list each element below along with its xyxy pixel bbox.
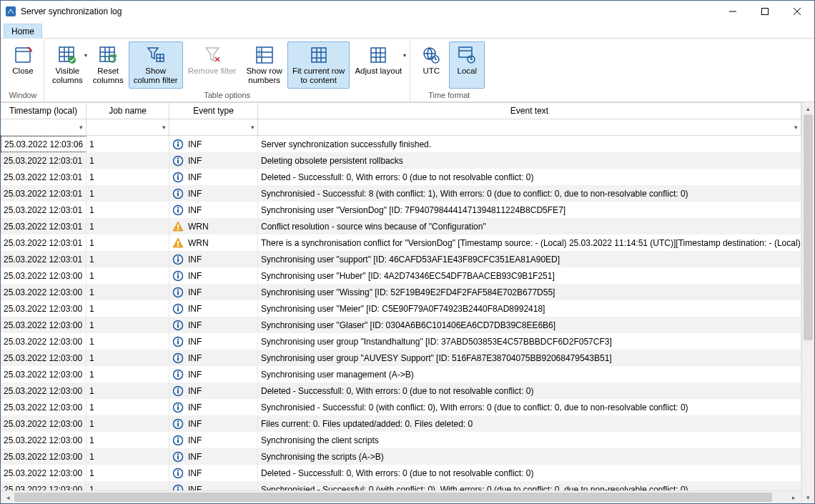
table-row[interactable]: 25.03.2022 12:03:001INFFiles current: 0.… xyxy=(1,415,801,432)
horizontal-scrollbar[interactable]: ◂ ▸ xyxy=(1,490,801,503)
info-icon xyxy=(172,270,184,282)
svg-rect-24 xyxy=(177,157,179,159)
cell-job: 1 xyxy=(87,415,169,432)
svg-text:2: 2 xyxy=(258,53,261,57)
ribbon-group-table-options: Visible columns▾Reset columnsShow column… xyxy=(44,40,410,102)
svg-rect-63 xyxy=(177,390,179,393)
info-icon xyxy=(172,204,184,216)
close-button[interactable]: Close xyxy=(5,41,41,89)
scroll-left-button[interactable]: ◂ xyxy=(2,494,14,501)
ribbon-tabstrip: Home xyxy=(1,22,814,39)
table-row[interactable]: 25.03.2022 12:03:001INFSynchronising use… xyxy=(1,284,801,300)
table-row[interactable]: 25.03.2022 12:03:001INFDeleted - Success… xyxy=(1,465,801,481)
table-row[interactable]: 25.03.2022 12:03:011WRNThere is a synchr… xyxy=(1,234,801,251)
table-row[interactable]: 25.03.2022 12:03:001INFSynchronising the… xyxy=(1,448,801,465)
table-row[interactable]: 25.03.2022 12:03:001INFSynchronising use… xyxy=(1,267,801,284)
cell-event-type: INF xyxy=(169,415,258,432)
ribbon-label: Reset columns xyxy=(93,66,124,85)
cell-event-type: INF xyxy=(169,317,258,333)
utc-button[interactable]: UTC xyxy=(413,41,449,89)
header-event-text[interactable]: Event text xyxy=(258,103,801,119)
log-grid: Timestamp (local) Job name Event type Ev… xyxy=(1,102,801,503)
close-window-button[interactable] xyxy=(781,1,813,22)
table-row[interactable]: 25.03.2022 12:03:011INFSynchronising use… xyxy=(1,251,801,267)
visible-columns-button[interactable]: Visible columns▾ xyxy=(47,41,88,89)
table-row[interactable]: 25.03.2022 12:03:001INFSynchronising use… xyxy=(1,300,801,317)
header-event-type[interactable]: Event type xyxy=(169,103,258,119)
ribbon-label: Visible columns xyxy=(52,66,83,85)
vertical-scrollbar[interactable]: ▴ ▾ xyxy=(801,102,814,503)
svg-rect-57 xyxy=(177,357,179,360)
ribbon-label: Adjust layout xyxy=(355,66,402,76)
cell-event-text: Synchronising user "Huber" [ID: 4A2D7434… xyxy=(258,267,801,284)
table-row[interactable]: 25.03.2022 12:03:011WRNConflict resoluti… xyxy=(1,218,801,234)
info-icon xyxy=(172,418,184,430)
table-row[interactable]: 25.03.2022 12:03:001INFSynchronising use… xyxy=(1,366,801,382)
table-row[interactable]: 25.03.2022 12:03:001INFDeleted - Success… xyxy=(1,382,801,399)
cell-event-type: INF xyxy=(169,202,258,218)
cell-job: 1 xyxy=(87,202,169,218)
table-row[interactable]: 25.03.2022 12:03:011INFSynchronising use… xyxy=(1,202,801,218)
ribbon-group-caption: Time format xyxy=(428,89,470,102)
warning-icon xyxy=(172,237,184,249)
scroll-right-button[interactable]: ▸ xyxy=(788,494,800,501)
cell-timestamp: 25.03.2022 12:03:00 xyxy=(1,481,87,490)
filter-job[interactable]: ▾ xyxy=(87,119,169,135)
table-row[interactable]: 25.03.2022 12:03:001INFSynchronisied - S… xyxy=(1,481,801,490)
scroll-down-button[interactable]: ▾ xyxy=(802,491,814,503)
cell-timestamp: 25.03.2022 12:03:00 xyxy=(1,300,87,317)
filter-timestamp[interactable]: ▾ xyxy=(1,119,87,135)
header-timestamp[interactable]: Timestamp (local) xyxy=(1,103,87,119)
fit-row-button[interactable]: Fit current row to content xyxy=(287,41,350,89)
table-row[interactable]: 25.03.2022 12:03:011INFDeleted - Success… xyxy=(1,169,801,185)
table-row[interactable]: 25.03.2022 12:03:011INFDeleting obsolete… xyxy=(1,152,801,169)
cell-timestamp: 25.03.2022 12:03:00 xyxy=(1,382,87,399)
cell-timestamp: 25.03.2022 12:03:00 xyxy=(1,317,87,333)
cell-job: 1 xyxy=(87,333,169,350)
cell-timestamp: 25.03.2022 12:03:00 xyxy=(1,448,87,465)
cell-job: 1 xyxy=(87,251,169,267)
hscroll-thumb[interactable] xyxy=(14,493,772,502)
vscroll-thumb[interactable] xyxy=(804,114,813,340)
table-row[interactable]: 25.03.2022 12:03:061INFServer synchroniz… xyxy=(1,136,801,152)
reset-columns-button[interactable]: Reset columns xyxy=(88,41,129,89)
table-row[interactable]: 25.03.2022 12:03:001INFSynchronising the… xyxy=(1,432,801,448)
tab-home[interactable]: Home xyxy=(4,24,42,39)
scroll-up-button[interactable]: ▴ xyxy=(802,102,814,114)
content-area: Timestamp (local) Job name Event type Ev… xyxy=(1,102,814,503)
filter-event-type[interactable]: ▾ xyxy=(169,119,258,135)
ribbon-label: Show column filter xyxy=(134,66,178,85)
cell-timestamp: 25.03.2022 12:03:06 xyxy=(1,136,87,152)
chevron-down-icon: ▾ xyxy=(794,124,798,131)
cell-event-type: INF xyxy=(169,251,258,267)
svg-rect-48 xyxy=(177,307,179,311)
adjust-layout-button[interactable]: Adjust layout▾ xyxy=(350,41,407,89)
show-column-filter-button[interactable]: Show column filter xyxy=(129,41,183,89)
svg-rect-29 xyxy=(177,192,179,196)
header-job[interactable]: Job name xyxy=(87,103,169,119)
cell-job: 1 xyxy=(87,136,169,152)
svg-rect-33 xyxy=(177,207,179,208)
table-row[interactable]: 25.03.2022 12:03:001INFSynchronisied - S… xyxy=(1,399,801,415)
grid-reset-icon xyxy=(99,45,117,65)
cell-event-type: INF xyxy=(169,382,258,399)
remove-filter-button: Remove filter xyxy=(183,41,242,89)
svg-rect-51 xyxy=(177,324,179,327)
cell-timestamp: 25.03.2022 12:03:01 xyxy=(1,152,87,169)
table-row[interactable]: 25.03.2022 12:03:001INFSynchronising use… xyxy=(1,317,801,333)
minimize-button[interactable] xyxy=(716,1,749,22)
local-button[interactable]: Local xyxy=(449,41,485,89)
cell-timestamp: 25.03.2022 12:03:00 xyxy=(1,267,87,284)
maximize-button[interactable] xyxy=(749,1,781,22)
svg-rect-40 xyxy=(177,256,179,257)
table-row[interactable]: 25.03.2022 12:03:011INFSynchronisied - S… xyxy=(1,185,801,202)
table-row[interactable]: 25.03.2022 12:03:001INFSynchronising use… xyxy=(1,333,801,350)
show-row-numbers-button[interactable]: 12Show row numbers xyxy=(241,41,287,89)
cell-event-type: WRN xyxy=(169,218,258,234)
funnel-grid-icon xyxy=(147,45,165,65)
filter-event-text[interactable]: ▾ xyxy=(258,119,801,135)
svg-rect-70 xyxy=(177,420,179,422)
info-icon xyxy=(172,320,184,331)
cell-event-type: WRN xyxy=(169,234,258,251)
table-row[interactable]: 25.03.2022 12:03:001INFSynchronising use… xyxy=(1,350,801,366)
